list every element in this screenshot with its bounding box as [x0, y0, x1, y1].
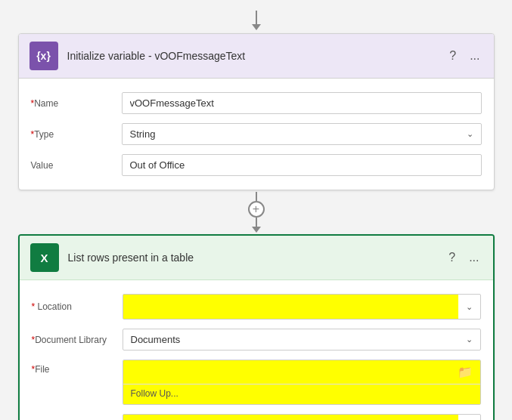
file-input-container: 📁 Follow Up... [123, 360, 481, 405]
doc-library-field-row: *Document Library Documents ⌄ [20, 324, 493, 355]
card2-actions: ? ... [445, 249, 482, 266]
card1-actions: ? ... [446, 48, 483, 64]
type-select[interactable]: String ⌄ [122, 123, 482, 145]
table-value [123, 415, 458, 420]
file-top-row: 📁 [123, 360, 480, 384]
location-field-row: * Location ⌄ [20, 289, 493, 324]
type-label: *Type [31, 129, 114, 140]
doc-library-chevron-icon: ⌄ [466, 335, 473, 344]
name-field-row: *Name [19, 88, 494, 119]
connector-line-bottom [256, 218, 257, 227]
doc-library-label: *Document Library [32, 335, 115, 345]
top-arrow [252, 11, 261, 30]
file-label: *File [32, 360, 115, 375]
location-chevron-icon[interactable]: ⌄ [458, 298, 480, 317]
file-highlight-top [131, 366, 458, 378]
add-step-button[interactable]: + [248, 201, 265, 218]
name-input[interactable] [122, 92, 482, 114]
card2-header: X List rows present in a table ? ... [20, 236, 493, 280]
type-field-row: *Type String ⌄ [19, 119, 494, 150]
file-field-row: *File 📁 Follow Up... [20, 355, 493, 409]
connector-line-top [256, 192, 257, 201]
card1-header: {x} Initialize variable - vOOFmessageTex… [19, 34, 494, 79]
initialize-variable-card: {x} Initialize variable - vOOFmessageTex… [18, 33, 495, 190]
name-label: *Name [31, 98, 114, 109]
middle-connector: + [248, 192, 265, 233]
card2-help-button[interactable]: ? [445, 249, 458, 266]
location-select[interactable]: ⌄ [123, 294, 481, 320]
card2-more-button[interactable]: ... [466, 249, 482, 266]
card1-more-button[interactable]: ... [467, 48, 483, 64]
table-field-row: *Table ⌄ [20, 409, 493, 420]
type-chevron-icon: ⌄ [467, 129, 473, 139]
location-label: * Location [32, 301, 115, 312]
arrow-line [256, 11, 257, 24]
connector-arrow [252, 227, 261, 233]
location-value [123, 295, 458, 319]
value-field-row: Value [19, 150, 494, 181]
table-chevron-icon[interactable]: ⌄ [458, 418, 480, 421]
variable-icon: {x} [29, 42, 58, 70]
table-select[interactable]: ⌄ [123, 414, 481, 420]
arrow-head [252, 24, 261, 30]
file-bottom-row: Follow Up... [123, 384, 480, 404]
file-browse-icon[interactable]: 📁 [458, 365, 473, 379]
value-input[interactable] [122, 154, 482, 176]
excel-card: X List rows present in a table ? ... * L… [18, 234, 495, 420]
card1-body: *Name *Type String ⌄ Value [19, 79, 494, 190]
value-label: Value [31, 160, 114, 171]
card2-title: List rows present in a table [68, 252, 437, 264]
card2-body: * Location ⌄ *Document Library Documents… [20, 280, 493, 420]
excel-icon: X [30, 243, 59, 272]
card1-help-button[interactable]: ? [446, 48, 459, 64]
flow-container: {x} Initialize variable - vOOFmessageTex… [0, 0, 512, 420]
doc-library-select[interactable]: Documents ⌄ [123, 329, 481, 351]
file-follow-up-text: Follow Up... [131, 387, 178, 400]
card1-title: Initialize variable - vOOFmessageText [67, 50, 438, 62]
